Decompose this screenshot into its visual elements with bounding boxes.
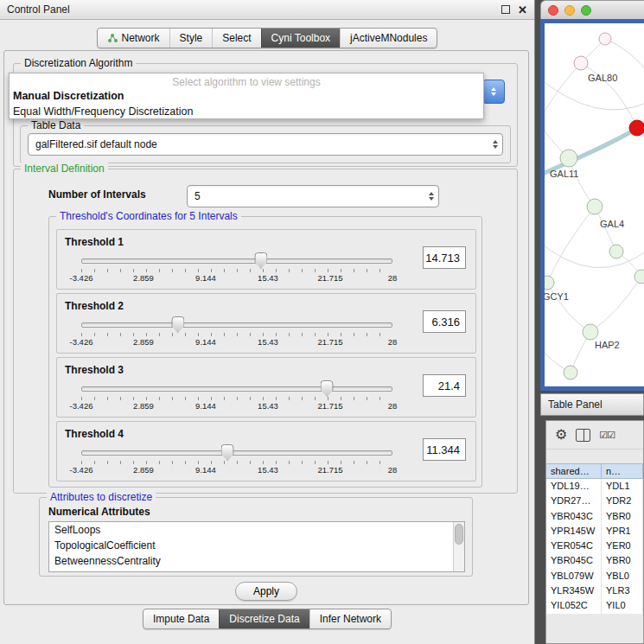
tab-jactivemodules[interactable]: jActiveMNodules [340,29,437,48]
threshold-1-value-field[interactable] [423,246,466,269]
apply-button[interactable]: Apply [235,582,297,601]
slider-scale-label: 2.859 [133,465,154,475]
table-data-combobox[interactable]: galFiltered.sif default node [28,133,503,156]
network-node[interactable] [560,150,577,167]
zoom-traffic-light-icon[interactable] [581,5,591,16]
table-cell[interactable]: YDR2 [602,494,643,508]
table-row[interactable]: YBR043CYBR0 [546,509,643,524]
close-traffic-light-icon[interactable] [548,5,558,16]
slider-thumb[interactable] [321,380,334,397]
minimize-traffic-light-icon[interactable] [564,5,575,16]
slider-track[interactable] [81,322,392,328]
slider-scale-label: 2.859 [133,337,154,347]
slider-scale: -3.4262.8599.14415.4321.71528 [81,337,392,348]
network-node[interactable] [574,56,588,70]
network-node[interactable] [587,199,603,214]
slider-scale: -3.4262.8599.14415.4321.71528 [81,273,392,284]
tab-select[interactable]: Select [212,29,260,48]
table-cell[interactable]: YIL052C [546,598,602,613]
selected-network-node[interactable] [629,120,644,136]
slider-thumb[interactable] [171,316,184,333]
gear-icon[interactable]: ⚙ [555,428,567,442]
node-label-gal4: GAL4 [600,219,624,229]
column-header-name[interactable]: n… [602,463,643,479]
network-node[interactable] [634,270,644,284]
threshold-4-slider[interactable]: -3.4262.8599.14415.4321.71528 [81,444,392,477]
threshold-2-value-field[interactable] [423,310,466,333]
attribute-list-item[interactable]: BetweennessCentrality [49,553,464,569]
table-cell[interactable]: YDL19… [546,479,602,494]
scrollbar-thumb[interactable] [455,524,463,545]
list-scrollbar[interactable] [453,522,464,571]
algorithm-combo-stepper-icon[interactable] [482,80,505,104]
close-button[interactable]: ✕ [518,4,527,16]
slider-thumb[interactable] [221,444,234,461]
threshold-4-value-field[interactable] [423,438,466,461]
table-cell[interactable]: YBR045C [546,553,602,568]
column-header-shared-name[interactable]: shared… [546,463,602,479]
slider-scale-label: 28 [388,465,398,475]
threshold-1-slider[interactable]: -3.4262.8599.14415.4321.71528 [81,252,392,285]
slider-track[interactable] [81,258,392,264]
table-panel-header: Table Panel [540,393,644,416]
popup-option-manual-discretization[interactable]: Manual Discretization [10,88,483,104]
table-cell[interactable]: YER054C [546,539,602,553]
table-cell[interactable]: YDR27… [546,494,602,508]
columns-icon[interactable] [576,429,590,442]
attribute-list-item[interactable]: TopologicalCoefficient [49,538,464,553]
popup-option-equal-width-frequency[interactable]: Equal Width/Frequency Discretization [10,104,483,119]
table-row[interactable]: YDL19…YDL1 [546,479,643,494]
combo-stepper-icon[interactable] [493,140,498,149]
table-cell[interactable]: YLR345W [546,583,602,598]
table-row[interactable]: YPR145WYPR1 [546,524,643,539]
threshold-2-slider[interactable]: -3.4262.8599.14415.4321.71528 [81,316,392,349]
table-cell[interactable]: YIL0 [602,598,643,613]
network-node[interactable] [609,245,623,258]
threshold-3-slider[interactable]: -3.4262.8599.14415.4321.71528 [81,380,392,413]
threshold-3-value-field[interactable] [423,374,466,397]
network-node[interactable] [599,33,611,45]
table-cell[interactable]: YLR3 [602,583,643,598]
table-row[interactable]: YER054CYER0 [546,539,643,553]
slider-scale-label: 15.43 [258,401,278,411]
slider-scale-label: 15.43 [258,465,278,475]
table-cell[interactable]: YDL1 [602,479,643,494]
numerical-attributes-label: Numerical Attributes [48,506,150,518]
select-columns-checkboxes-icon[interactable]: ☑☑ [599,430,615,441]
float-button[interactable] [501,5,510,14]
number-of-intervals-spinner[interactable]: 5 [187,185,439,207]
table-cell[interactable]: YER0 [602,539,643,553]
slider-thumb[interactable] [254,252,267,269]
table-row[interactable]: YBR045CYBR0 [546,553,643,568]
table-toolbar: ⚙ ☑☑ [546,421,643,450]
table-cell[interactable]: YBR043C [546,509,602,524]
tab-style[interactable]: Style [169,29,213,48]
tab-impute-data[interactable]: Impute Data [143,609,219,628]
numerical-attributes-list[interactable]: SelfLoopsTopologicalCoefficientBetweenne… [48,521,465,572]
slider-track[interactable] [81,386,392,392]
slider-scale-label: 9.144 [195,401,216,411]
table-cell[interactable]: YPR1 [602,524,643,539]
table-row[interactable]: YDR27…YDR2 [546,494,643,508]
network-node[interactable] [545,276,554,290]
network-node[interactable] [583,324,598,340]
slider-track[interactable] [81,450,392,456]
table-cell[interactable]: YBR0 [602,553,643,568]
table-cell[interactable]: YBL079W [546,569,602,583]
table-cell[interactable]: YBL0 [602,569,643,583]
attribute-list-item[interactable]: SelfLoops [49,522,464,538]
tab-network[interactable]: Network [98,29,169,48]
tab-infer-network[interactable]: Infer Network [309,609,391,628]
tab-discretize-data[interactable]: Discretize Data [219,609,309,628]
threshold-panel-4: Threshold 4 -3.4262.8599.14415.4321.7152… [56,421,476,481]
table-row[interactable]: YIL052CYIL0 [546,598,643,613]
network-canvas[interactable]: GAL80 GAL11 GAL4 GCY1 HAP2 [545,23,644,386]
table-row[interactable]: YLR345WYLR3 [546,583,643,598]
table-cell[interactable]: YBR0 [602,509,643,524]
tab-cyni-toolbox[interactable]: Cyni Toolbox [261,29,340,48]
table-cell[interactable]: YPR145W [546,524,602,539]
spinner-stepper-icon[interactable] [429,192,434,201]
table-row[interactable]: YBL079WYBL0 [546,569,643,583]
network-node[interactable] [564,366,577,379]
node-label-gal11: GAL11 [550,169,578,179]
